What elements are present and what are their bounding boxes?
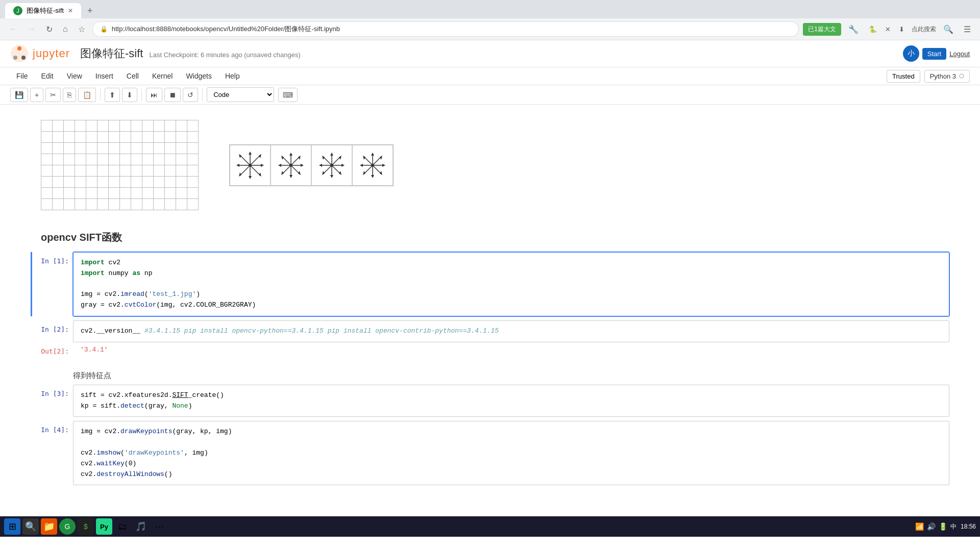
network-icon[interactable]: 📶 bbox=[915, 522, 924, 531]
svg-line-23 bbox=[291, 157, 300, 165]
svg-marker-54 bbox=[322, 156, 325, 160]
image-section: // This will be rendered inline bbox=[0, 115, 980, 215]
nav-bar: ← → ↻ ⌂ ☆ 🔒 http://localhost:8888/notebo… bbox=[0, 18, 980, 40]
logout-button[interactable]: Logout bbox=[949, 50, 970, 58]
forward-button[interactable]: → bbox=[24, 22, 39, 36]
svg-marker-16 bbox=[259, 172, 261, 177]
menu-help[interactable]: Help bbox=[219, 69, 246, 83]
cell-4-content[interactable]: img = cv2.drawKeypoints(gray, kp, img) c… bbox=[73, 421, 949, 485]
paste-button[interactable]: 📋 bbox=[78, 88, 96, 102]
keyboard-shortcut-btn[interactable]: ⌨ bbox=[278, 88, 298, 102]
taskbar-more[interactable]: ⋯ bbox=[151, 518, 167, 535]
taskbar-chrome[interactable]: G bbox=[59, 518, 76, 535]
notebook-title[interactable]: 图像特征-sift bbox=[80, 46, 143, 61]
ext3-button[interactable]: ⬇ bbox=[896, 23, 908, 35]
notebook-title-area: 图像特征-sift Last Checkpoint: 6 minutes ago… bbox=[80, 46, 301, 61]
tab-close-btn[interactable]: ✕ bbox=[68, 7, 73, 14]
svg-marker-17 bbox=[249, 176, 252, 179]
jupyter-header: jupyter 图像特征-sift Last Checkpoint: 6 min… bbox=[0, 40, 980, 67]
arrows-section bbox=[229, 144, 394, 186]
extension-button[interactable]: 🔧 bbox=[845, 22, 862, 36]
svg-marker-19 bbox=[236, 164, 239, 167]
trusted-button[interactable]: Trusted bbox=[887, 70, 920, 83]
run-next-button[interactable]: ⏭ bbox=[146, 88, 162, 102]
stop-button[interactable]: ⏹ bbox=[164, 88, 181, 102]
start-button[interactable]: Start bbox=[922, 48, 946, 60]
volume-icon[interactable]: 🔊 bbox=[927, 522, 936, 531]
translate-button[interactable]: 已1篇大文 bbox=[803, 23, 841, 36]
toolbar-right: Trusted Python 3 bbox=[887, 70, 970, 83]
cell-2-content[interactable]: cv2.__version__ #3.4.1.15 pip install op… bbox=[73, 320, 949, 342]
taskbar-terminal[interactable]: $ bbox=[78, 518, 94, 535]
move-up-button[interactable]: ⬆ bbox=[105, 88, 120, 102]
svg-marker-14 bbox=[259, 154, 261, 158]
cell-1-content[interactable]: import cv2 import numpy as np img = cv2.… bbox=[73, 252, 949, 316]
cut-button[interactable]: ✂ bbox=[45, 88, 61, 102]
start-menu-icon[interactable]: ⊞ bbox=[4, 518, 20, 535]
copy-button[interactable]: ⎘ bbox=[63, 88, 76, 102]
action-area: Start Logout bbox=[922, 48, 970, 60]
taskbar-pycharm[interactable]: Py bbox=[96, 518, 112, 535]
search-text-btn[interactable]: 点此搜索 bbox=[912, 25, 936, 34]
jupyter-logo: jupyter bbox=[10, 44, 70, 63]
toolbar: 💾 + ✂ ⎘ 📋 ⬆ ⬇ ⏭ ⏹ ↺ Code Markdown Raw NB… bbox=[0, 85, 980, 105]
arrow-cell-4 bbox=[352, 145, 393, 186]
kernel-status-circle bbox=[959, 73, 964, 79]
toolbar-sep2 bbox=[141, 89, 142, 101]
cell-3-content[interactable]: sift = cv2.xfeatures2d.SIFT_create() kp … bbox=[73, 385, 949, 417]
nav-right: 已1篇大文 🔧 🐍 ✕ ⬇ 点此搜索 🔍 ☰ bbox=[803, 22, 974, 36]
toolbar-sep1 bbox=[100, 89, 101, 101]
taskbar-files[interactable]: 🗂 bbox=[114, 518, 131, 535]
user-menu-button[interactable]: ☰ bbox=[961, 22, 974, 36]
add-cell-button[interactable]: + bbox=[30, 88, 43, 102]
cell-1-line-4: img = cv2.imread('test_1.jpg') bbox=[81, 289, 942, 300]
ext1-button[interactable]: 🐍 bbox=[866, 23, 880, 35]
save-button[interactable]: 💾 bbox=[10, 88, 28, 102]
menu-cell[interactable]: Cell bbox=[120, 69, 145, 83]
taskbar-music[interactable]: 🎵 bbox=[133, 518, 149, 535]
extensions-area: 🐍 ✕ ⬇ bbox=[866, 23, 908, 35]
home-button[interactable]: ⌂ bbox=[60, 22, 71, 36]
arrow-pattern-4 bbox=[355, 147, 390, 183]
back-button[interactable]: ← bbox=[6, 22, 20, 36]
menu-kernel[interactable]: Kernel bbox=[146, 69, 179, 83]
menu-edit[interactable]: Edit bbox=[35, 69, 60, 83]
svg-line-46 bbox=[323, 157, 332, 165]
cell-4[interactable]: In [4]: img = cv2.drawKeypoints(gray, kp… bbox=[31, 421, 949, 485]
search-button[interactable]: 🔍 bbox=[940, 22, 957, 36]
new-tab-button[interactable]: + bbox=[83, 4, 97, 18]
taskbar: ⊞ 🔍 📁 G $ Py 🗂 🎵 ⋯ 📶 🔊 🔋 中 18:56 bbox=[0, 516, 980, 537]
bookmark-button[interactable]: ☆ bbox=[75, 22, 88, 36]
menu-widgets[interactable]: Widgets bbox=[180, 69, 218, 83]
cell-3-line-2: kp = sift.detect(gray, None) bbox=[81, 401, 942, 412]
cell-2[interactable]: In [2]: cv2.__version__ #3.4.1.15 pip in… bbox=[31, 320, 949, 342]
cell-type-select[interactable]: Code Markdown Raw NBConvert bbox=[207, 87, 274, 102]
restart-button[interactable]: ↺ bbox=[183, 88, 198, 102]
svg-marker-36 bbox=[278, 164, 281, 167]
taskbar-time: 18:56 bbox=[961, 523, 976, 530]
svg-marker-37 bbox=[281, 156, 284, 160]
menu-file[interactable]: File bbox=[10, 69, 34, 83]
svg-marker-64 bbox=[371, 153, 374, 156]
address-bar[interactable]: 🔒 http://localhost:8888/notebooks/opencv… bbox=[92, 21, 799, 37]
cell-3[interactable]: In [3]: sift = cv2.xfeatures2d.SIFT_crea… bbox=[31, 385, 949, 417]
battery-icon[interactable]: 🔋 bbox=[939, 522, 947, 531]
svg-marker-20 bbox=[239, 154, 241, 158]
menu-insert[interactable]: Insert bbox=[89, 69, 119, 83]
active-tab[interactable]: J 图像特征-sift ✕ bbox=[5, 3, 81, 18]
taskbar-search[interactable]: 🔍 bbox=[22, 518, 39, 535]
svg-line-44 bbox=[323, 165, 332, 174]
svg-point-2 bbox=[13, 56, 17, 60]
move-down-button[interactable]: ⬇ bbox=[122, 88, 137, 102]
user-avatar: 小 bbox=[903, 45, 919, 62]
reload-button[interactable]: ↻ bbox=[43, 22, 56, 36]
ext2-button[interactable]: ✕ bbox=[882, 23, 894, 35]
cell-1[interactable]: In [1]: import cv2 import numpy as np im… bbox=[31, 252, 949, 316]
taskbar-file-manager[interactable]: 📁 bbox=[41, 518, 57, 535]
cell-4-line-1: img = cv2.drawKeypoints(gray, kp, img) bbox=[81, 427, 942, 437]
ime-icon[interactable]: 中 bbox=[950, 522, 957, 531]
menu-view[interactable]: View bbox=[61, 69, 88, 83]
svg-line-12 bbox=[240, 155, 250, 165]
arrow-pattern-1 bbox=[232, 147, 268, 183]
tab-bar: J 图像特征-sift ✕ + bbox=[0, 0, 980, 18]
